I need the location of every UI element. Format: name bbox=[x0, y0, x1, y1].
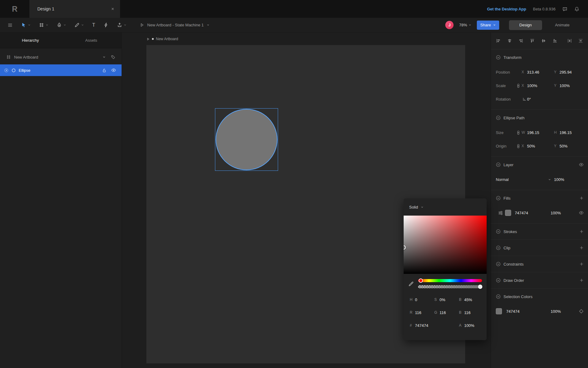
target-icon[interactable] bbox=[579, 309, 584, 314]
eye-icon[interactable] bbox=[111, 68, 116, 73]
s-field[interactable]: 0% bbox=[439, 297, 445, 302]
align-center-h-icon[interactable] bbox=[507, 38, 512, 43]
section-header-clip[interactable]: Clip bbox=[491, 240, 588, 256]
section-header-transform[interactable]: Transform bbox=[491, 49, 588, 65]
playback-selector[interactable]: New Artboard - State Machine 1 bbox=[140, 23, 209, 27]
export-tool[interactable] bbox=[117, 22, 126, 28]
tag-icon[interactable] bbox=[111, 55, 115, 59]
eye-icon[interactable] bbox=[579, 210, 584, 215]
distribute-v-icon[interactable] bbox=[578, 38, 583, 43]
fill-opacity-field[interactable]: 100% bbox=[551, 211, 579, 215]
link-icon[interactable] bbox=[515, 130, 522, 135]
section-chevron-icon[interactable] bbox=[496, 115, 501, 120]
feedback-icon[interactable] bbox=[562, 6, 567, 12]
link-icon[interactable] bbox=[515, 83, 522, 88]
lock-open-icon[interactable] bbox=[102, 68, 107, 73]
sliders-icon[interactable] bbox=[496, 210, 505, 216]
align-right-icon[interactable] bbox=[518, 38, 523, 43]
chevron-down-icon[interactable] bbox=[28, 24, 31, 26]
scale-y-field[interactable]: 100% bbox=[560, 83, 584, 88]
fill-color-swatch[interactable] bbox=[505, 210, 511, 216]
selection-bounds[interactable] bbox=[215, 108, 278, 171]
section-chevron-icon[interactable] bbox=[496, 229, 501, 234]
hex-field[interactable]: 747474 bbox=[415, 323, 428, 328]
link-icon[interactable] bbox=[515, 144, 522, 148]
alpha-field[interactable]: 100% bbox=[464, 323, 474, 328]
position-x-field[interactable]: 313.46 bbox=[527, 70, 554, 75]
chevron-down-icon[interactable] bbox=[63, 24, 66, 26]
shapes-tool[interactable] bbox=[74, 22, 84, 28]
r-field[interactable]: 116 bbox=[415, 310, 421, 315]
artboard-tool[interactable] bbox=[39, 22, 48, 28]
g-field[interactable]: 116 bbox=[439, 310, 446, 315]
size-w-field[interactable]: 196.15 bbox=[527, 130, 554, 135]
ellipse-shape[interactable] bbox=[216, 109, 277, 170]
text-tool[interactable]: T bbox=[92, 22, 95, 28]
origin-y-field[interactable]: 50% bbox=[560, 144, 584, 148]
section-chevron-icon[interactable] bbox=[496, 196, 501, 201]
section-chevron-icon[interactable] bbox=[496, 245, 501, 250]
play-icon[interactable] bbox=[140, 23, 144, 27]
avatar[interactable]: J bbox=[445, 21, 454, 29]
plus-icon[interactable] bbox=[579, 278, 584, 282]
distribute-h-icon[interactable] bbox=[567, 38, 572, 43]
scale-x-field[interactable]: 100% bbox=[527, 83, 554, 88]
section-chevron-icon[interactable] bbox=[496, 262, 501, 266]
plus-icon[interactable] bbox=[579, 229, 584, 234]
menu-icon[interactable] bbox=[7, 22, 13, 28]
fill-type-select[interactable]: Solid bbox=[404, 198, 487, 216]
align-middle-icon[interactable] bbox=[541, 38, 546, 43]
layer-opacity-field[interactable]: 100% bbox=[554, 177, 584, 182]
expander-icon[interactable] bbox=[4, 68, 9, 73]
selection-color-opacity-field[interactable]: 100% bbox=[551, 309, 579, 314]
section-header-strokes[interactable]: Strokes bbox=[491, 224, 588, 240]
align-bottom-icon[interactable] bbox=[552, 38, 557, 43]
tab-animate[interactable]: Animate bbox=[542, 20, 582, 30]
hue-slider[interactable] bbox=[418, 279, 482, 282]
chevron-down-icon[interactable] bbox=[103, 56, 106, 59]
eye-icon[interactable] bbox=[579, 162, 584, 167]
section-header-layer[interactable]: Layer bbox=[491, 157, 588, 173]
plus-icon[interactable] bbox=[579, 196, 584, 200]
tree-item-ellipse-selected[interactable]: Ellipse bbox=[0, 64, 122, 76]
rotation-field[interactable]: 0° bbox=[527, 97, 554, 102]
file-tab[interactable]: Design 1 bbox=[29, 0, 120, 18]
position-y-field[interactable]: 295.94 bbox=[560, 70, 584, 75]
section-chevron-icon[interactable] bbox=[496, 55, 501, 60]
bell-icon[interactable] bbox=[574, 6, 579, 12]
plus-icon[interactable] bbox=[579, 246, 584, 250]
select-tool[interactable] bbox=[21, 22, 31, 28]
chevron-down-icon[interactable] bbox=[207, 24, 209, 26]
selection-color-swatch[interactable] bbox=[496, 308, 502, 314]
chevron-down-icon[interactable] bbox=[124, 24, 126, 26]
chevron-down-icon[interactable] bbox=[81, 24, 84, 26]
chevron-down-icon[interactable] bbox=[46, 24, 48, 26]
saturation-brightness-area[interactable] bbox=[404, 216, 487, 274]
tab-assets[interactable]: Assets bbox=[61, 33, 122, 48]
origin-x-field[interactable]: 50% bbox=[527, 144, 554, 148]
selection-color-hex-field[interactable]: 747474 bbox=[506, 309, 551, 314]
tab-hierarchy[interactable]: Hierarchy bbox=[0, 33, 61, 48]
desktop-app-link[interactable]: Get the Desktop App bbox=[487, 7, 526, 11]
align-top-icon[interactable] bbox=[530, 38, 535, 43]
close-icon[interactable] bbox=[111, 7, 115, 11]
color-handle[interactable] bbox=[404, 245, 406, 250]
fill-hex-field[interactable]: 747474 bbox=[515, 211, 551, 215]
section-header-ellipse-path[interactable]: Ellipse Path bbox=[491, 110, 588, 126]
pen-tool[interactable] bbox=[57, 22, 66, 28]
artboard-label[interactable]: New Artboard bbox=[146, 37, 178, 41]
eyedropper-icon[interactable] bbox=[408, 281, 414, 287]
alpha-handle[interactable] bbox=[478, 285, 482, 289]
section-chevron-icon[interactable] bbox=[496, 162, 501, 167]
b-field[interactable]: 45% bbox=[464, 297, 472, 302]
section-chevron-icon[interactable] bbox=[496, 294, 501, 299]
plus-icon[interactable] bbox=[579, 262, 584, 266]
section-header-constraints[interactable]: Constraints bbox=[491, 256, 588, 272]
section-header-fills[interactable]: Fills bbox=[491, 190, 588, 206]
size-h-field[interactable]: 196.15 bbox=[560, 130, 584, 135]
h-field[interactable]: 0 bbox=[415, 297, 417, 302]
section-header-draw-order[interactable]: Draw Order bbox=[491, 272, 588, 288]
bolt-icon[interactable] bbox=[104, 22, 109, 28]
hue-handle[interactable] bbox=[419, 278, 423, 283]
zoom-control[interactable]: 78% bbox=[459, 23, 471, 27]
